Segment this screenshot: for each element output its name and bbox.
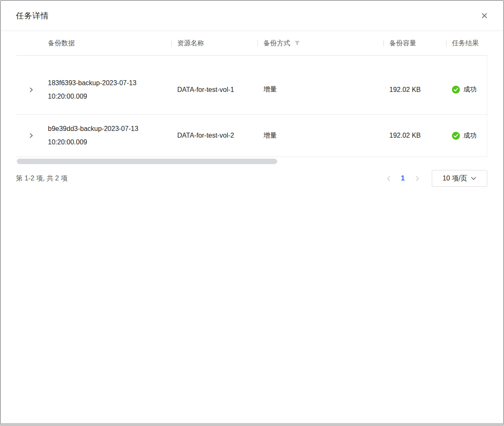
page-size-select[interactable]: 10 项/页 bbox=[432, 170, 487, 187]
chevron-down-icon bbox=[471, 177, 476, 180]
column-header-label: 备份方式 bbox=[263, 39, 290, 48]
task-result-label: 成功 bbox=[463, 85, 477, 94]
backup-size-cell: 192.02 KB bbox=[383, 132, 446, 139]
expand-row-icon[interactable] bbox=[28, 87, 34, 93]
column-header-label: 任务结果 bbox=[452, 39, 479, 48]
close-icon[interactable]: ✕ bbox=[480, 11, 488, 20]
success-check-icon bbox=[452, 132, 460, 140]
pagination-summary: 第 1-2 项, 共 2 项 bbox=[16, 174, 68, 183]
task-result-cell: 成功 bbox=[446, 131, 487, 140]
pagination-bar: 第 1-2 项, 共 2 项 1 10 项/页 bbox=[16, 170, 487, 187]
expand-row-icon[interactable] bbox=[28, 133, 34, 139]
table-row: 183f6393-backup-2023-07-13 10:20:00.009 … bbox=[16, 56, 487, 115]
table-header-row: 备份数据 资源名称 备份方式 备份容量 任务结果 bbox=[16, 31, 487, 55]
column-header-resource-name: 资源名称 bbox=[171, 39, 257, 48]
task-details-dialog: 任务详情 ✕ 备份数据 资源名称 备份方式 备份容量 bbox=[0, 0, 504, 426]
table-row: b9e39dd3-backup-2023-07-13 10:20:00.009 … bbox=[16, 115, 487, 157]
next-page-icon[interactable] bbox=[410, 171, 424, 186]
column-header-backup-data: 备份数据 bbox=[42, 39, 171, 48]
horizontal-scrollbar-thumb[interactable] bbox=[17, 159, 277, 164]
current-page-button[interactable]: 1 bbox=[396, 171, 410, 186]
dialog-title-bar: 任务详情 ✕ bbox=[1, 1, 503, 31]
backup-data-value: b9e39dd3-backup-2023-07-13 10:20:00.009 bbox=[48, 122, 163, 149]
resource-name-cell: DATA-for-test-vol-2 bbox=[171, 132, 257, 139]
backup-method-cell: 增量 bbox=[257, 85, 383, 94]
column-header-task-result: 任务结果 bbox=[446, 39, 487, 48]
backup-data-cell: 183f6393-backup-2023-07-13 10:20:00.009 bbox=[42, 76, 171, 103]
column-header-label: 备份数据 bbox=[48, 39, 75, 48]
task-result-label: 成功 bbox=[463, 131, 477, 140]
pagination-controls: 1 10 项/页 bbox=[381, 170, 487, 187]
filter-funnel-icon[interactable] bbox=[294, 41, 300, 46]
backup-tasks-table: 备份数据 资源名称 备份方式 备份容量 任务结果 bbox=[16, 31, 487, 157]
backup-data-cell: b9e39dd3-backup-2023-07-13 10:20:00.009 bbox=[42, 122, 171, 149]
dialog-title: 任务详情 bbox=[16, 10, 49, 21]
backup-size-cell: 192.02 KB bbox=[383, 86, 446, 94]
table-body: 183f6393-backup-2023-07-13 10:20:00.009 … bbox=[16, 56, 487, 157]
page-size-value: 10 项/页 bbox=[443, 174, 467, 183]
backup-data-value: 183f6393-backup-2023-07-13 10:20:00.009 bbox=[48, 76, 163, 103]
backup-method-cell: 增量 bbox=[257, 131, 383, 140]
task-result-cell: 成功 bbox=[446, 85, 487, 94]
column-header-backup-method: 备份方式 bbox=[257, 39, 383, 48]
horizontal-scrollbar[interactable] bbox=[16, 159, 487, 164]
column-header-label: 备份容量 bbox=[389, 39, 416, 48]
column-header-label: 资源名称 bbox=[177, 39, 204, 48]
column-header-backup-size: 备份容量 bbox=[383, 39, 446, 48]
resource-name-cell: DATA-for-test-vol-1 bbox=[171, 86, 257, 94]
success-check-icon bbox=[452, 86, 460, 94]
prev-page-icon[interactable] bbox=[381, 171, 396, 186]
